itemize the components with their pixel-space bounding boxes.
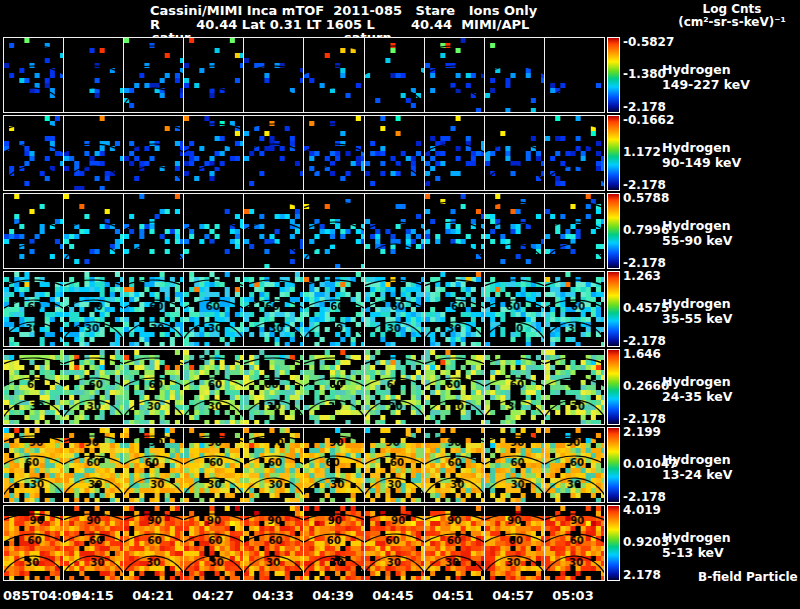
energy-band-row [3, 427, 605, 503]
spectrogram-tile-canvas [124, 350, 183, 424]
spectrogram-tile [425, 350, 485, 424]
colorbar-tick-label: 2.199 [623, 426, 673, 438]
spectrogram-tile-canvas [365, 350, 424, 424]
band-label: Hydrogen149-227 keV [662, 62, 792, 92]
colorbar-tick-label: -2.178 [623, 257, 673, 269]
spectrogram-tile [545, 38, 604, 112]
spectrogram-tile [485, 194, 545, 268]
spectrogram-tile-canvas [64, 350, 123, 424]
band-label: Hydrogen24-35 keV [662, 374, 792, 404]
time-tick-label: 04:21 [123, 588, 183, 603]
spectrogram-tile [485, 116, 545, 190]
colorbar-tick-label: 0.5788 [623, 192, 673, 204]
spectrogram-tile [304, 272, 364, 346]
spectrogram-tile-canvas [124, 428, 183, 502]
spectrogram-tile-canvas [244, 116, 303, 190]
spectrogram-tile [425, 506, 485, 580]
spectrogram-tile-canvas [244, 428, 303, 502]
band-label: Hydrogen90-149 keV [662, 140, 792, 170]
spectrogram-tile [184, 506, 244, 580]
spectrogram-tile-canvas [545, 272, 604, 346]
spectrogram-tile [244, 350, 304, 424]
spectrogram-tile-canvas [124, 116, 183, 190]
spectrogram-tile [184, 272, 244, 346]
band-energy-label: 35-55 keV [662, 311, 792, 326]
spectrogram-tile-canvas [4, 506, 63, 580]
spectrogram-tile-canvas [425, 272, 484, 346]
spectrogram-tile [365, 194, 425, 268]
spectrogram-tile [545, 116, 604, 190]
colorbar [607, 349, 620, 425]
colorbar-tick-label: 4.019 [623, 504, 673, 516]
spectrogram-tile [4, 116, 64, 190]
spectrogram-tile-canvas [124, 272, 183, 346]
spectrogram-tile-canvas [304, 194, 363, 268]
spectrogram-tile [244, 506, 304, 580]
spectrogram-tile-canvas [425, 116, 484, 190]
time-tick-label: 04:45 [363, 588, 423, 603]
spectrogram-tile-canvas [425, 428, 484, 502]
spectrogram-tile [244, 428, 304, 502]
spectrogram-tile-canvas [485, 194, 544, 268]
spectrogram-tile-canvas [485, 272, 544, 346]
colorbar-tick-label: 1.263 [623, 270, 673, 282]
band-energy-label: 13-24 keV [662, 467, 792, 482]
spectrogram-tile-canvas [4, 38, 63, 112]
spectrogram-tile [304, 194, 364, 268]
spectrogram-tile [64, 350, 124, 424]
band-species-label: Hydrogen [662, 296, 792, 311]
spectrogram-tile [304, 116, 364, 190]
spectrogram-tile [244, 272, 304, 346]
spectrogram-tile [4, 506, 64, 580]
spectrogram-tile-canvas [64, 194, 123, 268]
time-tick-label: 04:27 [183, 588, 243, 603]
spectrogram-tile [244, 194, 304, 268]
colorbar-units-label: Log Cnts (cm²-sr-s-keV)⁻¹ [668, 3, 796, 29]
spectrogram-tile-canvas [545, 38, 604, 112]
energy-band-row [3, 37, 605, 113]
spectrogram-tile-canvas [64, 428, 123, 502]
spectrogram-tile [425, 272, 485, 346]
time-tick-label: 04:15 [63, 588, 123, 603]
spectrogram-tile-canvas [365, 116, 424, 190]
spectrogram-tile-canvas [425, 506, 484, 580]
spectrogram-tile [64, 38, 124, 112]
spectrogram-tile-canvas [304, 428, 363, 502]
spectrogram-tile-canvas [244, 38, 303, 112]
spectrogram-tile [124, 428, 184, 502]
spectrogram-tile-canvas [4, 350, 63, 424]
spectrogram-tile-canvas [244, 272, 303, 346]
colorbar [607, 115, 620, 191]
spectrogram-tile [244, 38, 304, 112]
spectrogram-tile [485, 38, 545, 112]
spectrogram-tile [4, 38, 64, 112]
spectrogram-tile-canvas [304, 116, 363, 190]
spectrogram-tile [184, 38, 244, 112]
band-energy-label: 5-13 keV [662, 545, 792, 560]
spectrogram-tile-canvas [304, 350, 363, 424]
spectrogram-tile [304, 428, 364, 502]
spectrogram-tile-canvas [244, 506, 303, 580]
spectrogram-tile [64, 272, 124, 346]
spectrogram-tile-canvas [485, 350, 544, 424]
spectrogram-tile [485, 506, 545, 580]
spectrogram-tile [545, 428, 604, 502]
bfield-flow-label: B-field Particle Flow [698, 570, 800, 584]
spectrogram-tile [545, 272, 604, 346]
spectrogram-tile [64, 428, 124, 502]
spectrogram-tile [485, 428, 545, 502]
spectrogram-tile-canvas [304, 272, 363, 346]
band-species-label: Hydrogen [662, 140, 792, 155]
spectrogram-tile [4, 194, 64, 268]
spectrogram-tile [304, 506, 364, 580]
spectrogram-tile-canvas [365, 428, 424, 502]
spectrogram-tile [485, 350, 545, 424]
spectrogram-tile [425, 428, 485, 502]
spectrogram-tile [124, 194, 184, 268]
spectrogram-tile-canvas [184, 116, 243, 190]
colorbar [607, 271, 620, 347]
spectrogram-tile [184, 350, 244, 424]
spectrogram-tile [4, 350, 64, 424]
spectrogram-tile-canvas [64, 272, 123, 346]
spectrogram-tile-canvas [4, 272, 63, 346]
